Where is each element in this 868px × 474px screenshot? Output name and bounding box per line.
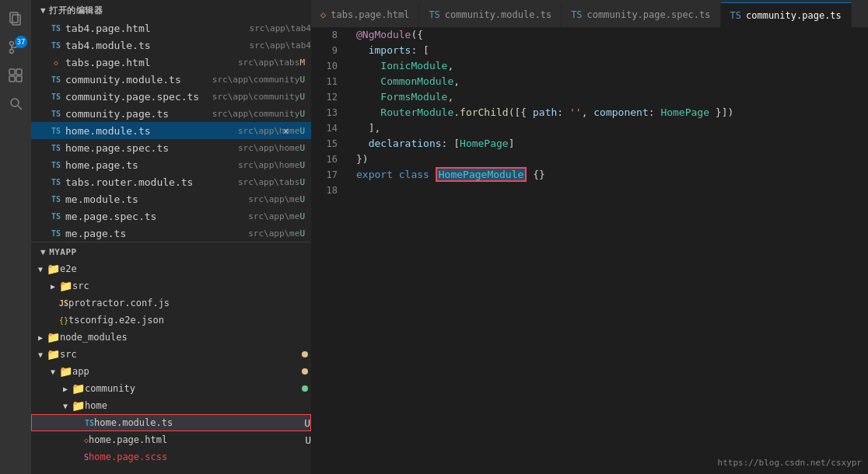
ts-file-icon: TS xyxy=(50,227,62,239)
close-file-icon[interactable]: ✕ xyxy=(283,124,289,137)
svg-rect-0 xyxy=(10,12,18,23)
ts-file-icon: TS xyxy=(50,176,62,188)
tab-community-page-spec[interactable]: TS community.page.spec.ts xyxy=(562,2,720,27)
spacer: ▶ xyxy=(47,314,59,326)
folder-icon: 📁 xyxy=(59,365,72,378)
sidebar: ▼ 打开的编辑器 TS tab4.page.html src\app\tab4 … xyxy=(31,0,311,474)
tree-item-src[interactable]: ▼ 📁 src xyxy=(31,346,311,363)
line-numbers: 8 9 10 11 12 13 14 15 16 17 18 xyxy=(311,27,350,474)
svg-point-10 xyxy=(11,99,19,106)
ts-file-icon: TS xyxy=(50,193,62,205)
code-line-16: }) xyxy=(356,152,868,167)
file-item-tab4-page-html[interactable]: TS tab4.page.html src\app\tab4 xyxy=(31,19,311,37)
tree-item-app[interactable]: ▼ 📁 app xyxy=(31,363,311,380)
code-line-13: RouterModule.forChild([{ path: '', compo… xyxy=(356,105,868,120)
file-item-community-page-spec[interactable]: TS community.page.spec.ts src\app\commun… xyxy=(31,88,311,105)
tree-item-home-module-ts[interactable]: ▶ TS home.module.ts U xyxy=(31,414,311,431)
collapse-icon: ▼ xyxy=(40,247,46,257)
editor-area: ◇ tabs.page.html TS community.module.ts … xyxy=(311,0,868,474)
folder-icon: 📁 xyxy=(47,331,60,343)
code-line-12: FormsModule, xyxy=(356,89,868,105)
spacer: ▶ xyxy=(72,451,84,463)
modified-dot xyxy=(302,368,308,375)
ts-file-icon: TS xyxy=(50,90,62,103)
source-control-badge: 37 xyxy=(15,36,27,48)
spacer: ▶ xyxy=(72,416,85,429)
ts-tab-icon: TS xyxy=(571,9,582,20)
folder-icon: 📁 xyxy=(59,280,72,292)
chevron-icon: ▶ xyxy=(59,382,72,395)
collapse-icon: ▼ xyxy=(40,5,46,16)
ts-tab-icon: TS xyxy=(730,10,741,21)
code-line-8: @NgModule({ xyxy=(356,27,868,43)
tree-item-e2e-src[interactable]: ▶ 📁 src xyxy=(31,277,311,295)
explorer-tree: ▼ MYAPP ▼ 📁 e2e ▶ 📁 src ▶ JS protractor.… xyxy=(31,242,311,465)
svg-rect-8 xyxy=(9,76,15,82)
file-item-me-page-spec[interactable]: TS me.page.spec.ts src\app\me U xyxy=(31,207,311,225)
chevron-icon: ▼ xyxy=(59,399,72,412)
tree-item-protractor[interactable]: ▶ JS protractor.conf.js xyxy=(31,295,311,312)
search-activity-icon[interactable] xyxy=(2,90,29,117)
svg-point-2 xyxy=(10,42,14,46)
chevron-icon: ▼ xyxy=(47,365,59,378)
code-line-17: export class HomePageModule {} xyxy=(356,167,868,183)
html-file-icon: ◇ xyxy=(50,56,62,68)
tree-item-community[interactable]: ▶ 📁 community xyxy=(31,380,311,397)
file-list: TS tab4.page.html src\app\tab4 TS tab4.m… xyxy=(31,19,311,474)
file-item-home-page-spec[interactable]: TS home.page.spec.ts src\app\home U xyxy=(31,139,311,156)
file-item-community-page-ts[interactable]: TS community.page.ts src\app\community U xyxy=(31,105,311,122)
ts-file-icon: TS xyxy=(50,124,62,137)
svg-rect-6 xyxy=(9,69,15,75)
file-item-me-page-ts[interactable]: TS me.page.ts src\app\me U xyxy=(31,225,311,242)
opened-editors-header[interactable]: ▼ 打开的编辑器 xyxy=(31,0,311,19)
tree-item-home-page-scss[interactable]: ▶ S home.page.scss xyxy=(31,448,311,465)
js-file-icon: JS xyxy=(59,299,68,308)
watermark: https://blog.csdn.net/csxypr xyxy=(718,458,862,468)
file-item-home-module[interactable]: ✕ TS home.module.ts src\app\home U xyxy=(31,122,311,139)
svg-rect-9 xyxy=(16,76,22,82)
tab-community-module[interactable]: TS community.module.ts xyxy=(419,2,562,27)
tree-item-tsconfig-e2e[interactable]: ▶ {} tsconfig.e2e.json xyxy=(31,312,311,329)
highlight-homepagemodule: HomePageModule xyxy=(436,167,527,182)
code-line-10: IonicModule, xyxy=(356,58,868,74)
ts-file-icon: TS xyxy=(50,39,62,51)
file-item-tabs-router-module[interactable]: TS tabs.router.module.ts src\app\tabs U xyxy=(31,173,311,190)
tab-tabs-page-html[interactable]: ◇ tabs.page.html xyxy=(311,2,419,27)
file-item-community-module[interactable]: TS community.module.ts src\app\community… xyxy=(31,71,311,88)
code-content: @NgModule({ imports: [ IonicModule, Comm… xyxy=(350,27,868,474)
folder-icon: 📁 xyxy=(72,382,85,395)
code-line-18 xyxy=(356,183,868,198)
svg-point-4 xyxy=(10,50,14,54)
ts-file-icon: TS xyxy=(50,107,62,120)
files-activity-icon[interactable] xyxy=(2,6,29,33)
ts-file-icon: TS xyxy=(50,73,62,85)
source-control-activity-icon[interactable]: 37 xyxy=(2,34,29,61)
code-line-11: CommonModule, xyxy=(356,74,868,89)
ts-file-icon: TS xyxy=(50,141,62,154)
ts-tab-icon: TS xyxy=(429,9,439,20)
extensions-activity-icon[interactable] xyxy=(2,62,29,89)
svg-rect-7 xyxy=(16,69,22,75)
chevron-icon: ▼ xyxy=(34,348,47,361)
spacer: ▶ xyxy=(47,297,59,309)
tree-item-home-page-html[interactable]: ▶ ◇ home.page.html U xyxy=(31,431,311,448)
json-file-icon: {} xyxy=(59,316,68,325)
spacer: ▶ xyxy=(72,434,84,446)
tab-bar: ◇ tabs.page.html TS community.module.ts … xyxy=(311,0,868,27)
code-editor[interactable]: 8 9 10 11 12 13 14 15 16 17 18 @NgModule… xyxy=(311,27,868,474)
tree-item-home[interactable]: ▼ 📁 home xyxy=(31,397,311,414)
myapp-header[interactable]: ▼ MYAPP xyxy=(31,242,311,260)
ts-file-icon: TS xyxy=(50,22,62,34)
svg-line-11 xyxy=(18,106,22,110)
file-item-me-module[interactable]: TS me.module.ts src\app\me U xyxy=(31,190,311,207)
folder-icon: 📁 xyxy=(47,348,60,361)
tab-community-page-ts[interactable]: TS community.page.ts xyxy=(721,2,852,27)
file-item-tabs-page-html[interactable]: ◇ tabs.page.html src\app\tabs M xyxy=(31,54,311,71)
file-item-home-page-ts[interactable]: TS home.page.ts src\app\home U xyxy=(31,156,311,173)
ts-file-icon: TS xyxy=(85,419,94,427)
code-line-9: imports: [ xyxy=(356,43,868,58)
file-item-tab4-module[interactable]: TS tab4.module.ts src\app\tab4 xyxy=(31,37,311,54)
tree-item-e2e[interactable]: ▼ 📁 e2e xyxy=(31,260,311,277)
folder-icon: 📁 xyxy=(72,399,85,412)
tree-item-node-modules[interactable]: ▶ 📁 node_modules xyxy=(31,329,311,346)
